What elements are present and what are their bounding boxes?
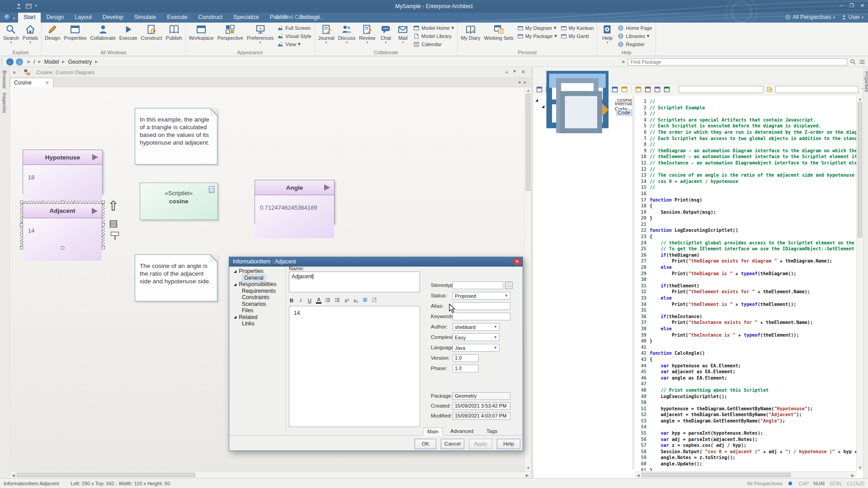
tab-cosine[interactable]: Cosine ✕	[10, 78, 53, 87]
new-note-button[interactable]	[372, 297, 377, 304]
field-phase[interactable]: 1.0	[453, 365, 479, 372]
field-stereotype[interactable]	[453, 282, 503, 289]
cancel-button[interactable]: Cancel	[441, 439, 464, 449]
selection-handle[interactable]	[20, 246, 23, 249]
dialog-tree-item-responsibilities[interactable]: ◢Responsibilities	[234, 281, 277, 287]
ribbon-button-visual-style[interactable]: Visual Style	[277, 33, 311, 39]
tab-close-icon[interactable]: ✕	[45, 80, 49, 86]
scroll-thumb[interactable]	[17, 473, 195, 477]
ribbon-button-review[interactable]: Review▾	[357, 23, 377, 44]
minimize-button[interactable]: ─	[840, 3, 843, 9]
ribbon-button-journal[interactable]: Journal▾	[316, 23, 336, 44]
field-version[interactable]: 1.0	[453, 354, 479, 362]
ribbon-button-help[interactable]: Help▾	[599, 23, 616, 44]
app-logo-icon[interactable]	[4, 14, 11, 21]
dialog-title-bar[interactable]: InformationItem : Adjacent ✕	[229, 257, 523, 267]
element-pin-icon[interactable]	[111, 232, 119, 243]
dialog-tab-tags[interactable]: Tags	[482, 427, 501, 436]
find-command-box[interactable]: Find Command...	[275, 14, 324, 20]
font-color-button[interactable]: A	[316, 297, 321, 304]
scroll-down-icon[interactable]: ▼	[526, 466, 530, 470]
dialog-tree-item-constraints[interactable]: Constraints	[242, 294, 269, 300]
selection-handle[interactable]	[61, 201, 64, 204]
dialog-tree-item-scenarios[interactable]: Scenarios	[242, 301, 266, 307]
ribbon-button-workspace[interactable]: Workspace	[187, 23, 216, 44]
ribbon-button-my-diagram[interactable]: My Diagram▾	[517, 24, 557, 31]
dropdown-icon[interactable]: ▼	[505, 294, 508, 298]
find-package-input[interactable]	[628, 58, 847, 66]
user-menu[interactable]: User▾	[841, 14, 863, 20]
expand-icon[interactable]: ◢	[542, 104, 544, 108]
selection-handle[interactable]	[102, 201, 105, 204]
selection-handle[interactable]	[102, 223, 105, 226]
ribbon-button-properties[interactable]: Properties	[62, 23, 88, 44]
italic-button[interactable]: I	[298, 298, 303, 303]
ribbon-button-preferences[interactable]: Preferences▾	[245, 23, 275, 44]
ribbon-tab-specialize[interactable]: Specialize	[228, 13, 264, 23]
bold-button[interactable]: B	[289, 298, 294, 303]
ribbon-button-my-diary[interactable]: My Diary	[459, 23, 482, 44]
field-alias[interactable]	[453, 302, 510, 310]
browser-tab[interactable]: Browser	[2, 70, 7, 89]
scroll-thumb[interactable]	[858, 102, 862, 238]
bullet-list-button[interactable]	[325, 297, 331, 304]
picture-icon[interactable]	[654, 86, 661, 93]
scroll-up-icon[interactable]: ▲	[858, 97, 862, 101]
dialog-tree-item-files[interactable]: Files	[242, 307, 253, 314]
dropdown-icon[interactable]: ▼	[494, 325, 497, 329]
breadcrumb-item-[interactable]: /	[33, 59, 35, 65]
scroll-up-icon[interactable]: ▲	[526, 88, 530, 93]
element-angle[interactable]: Angle 0.7124746245384189	[255, 180, 335, 224]
ribbon-tab-layout[interactable]: Layout	[69, 13, 97, 23]
dialog-tree-item-general[interactable]: General	[242, 275, 266, 281]
field-complexity[interactable]: Easy▼	[453, 333, 500, 341]
field-status[interactable]: Proposed▼	[453, 292, 510, 300]
code-filter-input[interactable]	[775, 86, 859, 93]
note-element-1[interactable]: In this example, the angle of a triangle…	[135, 108, 217, 164]
search-package-icon[interactable]	[850, 59, 856, 65]
dropdown-icon[interactable]: ▼	[513, 69, 517, 75]
ribbon-button-portals[interactable]: Portals▾	[21, 23, 40, 44]
ribbon-button-my-gantt[interactable]: My Gantt	[561, 33, 594, 39]
restore-button[interactable]: ❐	[849, 3, 854, 9]
code-search-input[interactable]	[679, 86, 764, 93]
ribbon-button-publish[interactable]: Publish	[164, 23, 184, 44]
diagram-vertical-scrollbar[interactable]: ▲ ▼	[524, 87, 531, 471]
scroll-thumb[interactable]	[642, 473, 791, 477]
code-horizontal-scrollbar[interactable]: ◀ ▶	[635, 471, 856, 478]
picture-add-icon[interactable]	[663, 86, 670, 93]
tree-item-code[interactable]: Code	[548, 109, 632, 116]
tab-scroll-right-icon[interactable]: ▸	[524, 80, 526, 84]
hyperlink-button[interactable]	[362, 297, 368, 304]
scroll-right-icon[interactable]: ▶	[526, 473, 529, 478]
selection-handle[interactable]	[20, 201, 23, 204]
close-button[interactable]: ✕	[860, 3, 864, 9]
ribbon-button-working-sets[interactable]: Working Sets	[482, 23, 515, 44]
ribbon-button-calendar[interactable]: Calendar	[413, 41, 454, 47]
app-menu-caret-icon[interactable]: ▾	[13, 16, 15, 20]
selection-handle[interactable]	[102, 246, 105, 249]
ribbon-tab-develop[interactable]: Develop	[97, 13, 129, 23]
ribbon-tab-simulate[interactable]: Simulate	[129, 13, 162, 23]
expand-icon[interactable]: ◢	[535, 98, 538, 102]
ribbon-button-discuss[interactable]: Discuss▾	[336, 23, 358, 44]
ok-button[interactable]: OK	[415, 439, 436, 449]
dialog-tree-item-requirements[interactable]: Requirements	[242, 288, 276, 294]
breadcrumb-item-model[interactable]: Model	[44, 59, 59, 65]
scroll-right-icon[interactable]: ▶	[851, 473, 854, 478]
code-vertical-scrollbar[interactable]: ▲ ▼	[856, 96, 863, 471]
forward-button[interactable]: →	[16, 58, 23, 66]
help-button[interactable]: Help	[497, 439, 520, 449]
scroll-left-icon[interactable]: ◀	[637, 473, 640, 478]
perspectives-switcher[interactable]: All Perspectives▾	[785, 14, 835, 20]
step-icon[interactable]	[644, 86, 651, 93]
underline-button[interactable]: U	[307, 298, 312, 303]
scroll-down-icon[interactable]: ▼	[858, 465, 862, 470]
numbered-list-button[interactable]	[335, 297, 340, 304]
toolbar-grip[interactable]	[1, 58, 4, 66]
dialog-close-button[interactable]: ✕	[514, 258, 521, 265]
element-adjacent[interactable]: Adjacent 14	[23, 203, 102, 247]
ribbon-button-construct[interactable]: Construct	[139, 23, 164, 44]
ribbon-button-home-page[interactable]: Home Page	[618, 24, 652, 31]
run-macro-icon[interactable]	[766, 86, 773, 93]
